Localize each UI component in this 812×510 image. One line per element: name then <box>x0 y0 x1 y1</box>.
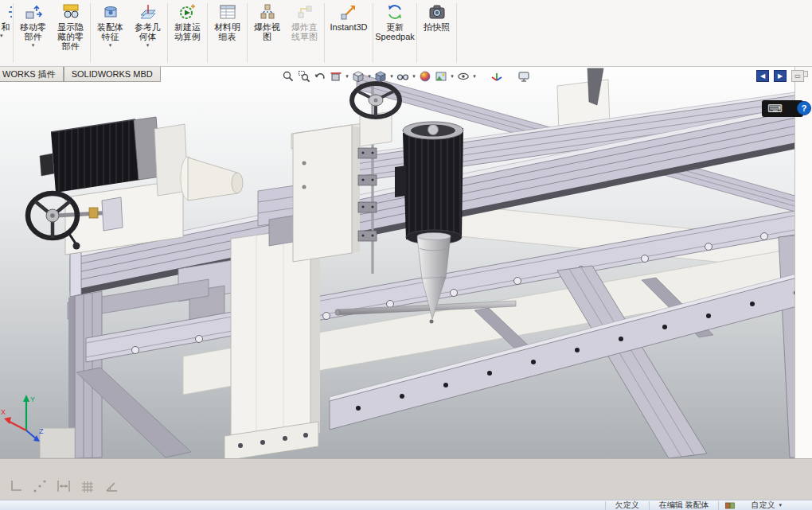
toolbar-button-instant3d[interactable]: Instant3D <box>326 0 372 66</box>
bill-of-materials-icon <box>218 2 237 21</box>
svg-text:Y: Y <box>30 395 35 403</box>
task-pane-strip <box>794 67 812 458</box>
toolbar-separator <box>373 3 373 63</box>
zoom-to-fit-button[interactable] <box>280 69 296 84</box>
tab-solidworks-mbd[interactable]: SOLIDWORKS MBD <box>64 67 161 82</box>
graphics-area[interactable]: Y X Z WORKS 插件 SOLIDWORKS MBD ▾ ▾ <box>0 67 812 458</box>
edit-state-icon <box>725 501 736 510</box>
dropdown-arrow[interactable]: ▾ <box>471 73 478 80</box>
corner-snap-icon <box>8 478 24 494</box>
command-manager-tabs: WORKS 插件 SOLIDWORKS MBD <box>0 67 161 82</box>
explode-line-sketch-icon <box>295 2 314 21</box>
toolbar-button-partial[interactable]: 和 ▾ <box>0 0 12 66</box>
heads-up-view-toolbar: ▾ ▾ ▾ ▾ ▾ ▾ <box>280 69 532 84</box>
update-speedpak-icon <box>385 2 404 21</box>
toolbar-button-bill-of-materials[interactable]: 材料明细表 <box>209 0 246 66</box>
apply-scene-button[interactable] <box>433 69 449 84</box>
view-orientation-icon <box>352 70 365 83</box>
svg-text:Z: Z <box>39 427 44 435</box>
tab-solidworks-addins[interactable]: WORKS 插件 <box>0 67 64 82</box>
bottom-dock-panel <box>0 458 812 500</box>
toolbar-separator <box>90 3 91 63</box>
toolbar-separator <box>247 3 248 63</box>
move-component-icon <box>24 2 43 21</box>
status-separator <box>718 501 719 510</box>
zoom-to-area-icon <box>298 70 310 83</box>
toolbar-empty-space <box>458 0 812 66</box>
toolbar-separator <box>416 3 417 63</box>
distance-snap-icon <box>56 478 72 494</box>
show-hidden-components-icon <box>61 2 80 21</box>
help-button[interactable]: ? <box>797 101 811 115</box>
previous-view-button[interactable] <box>312 69 328 84</box>
sketch-snap-tools <box>8 478 119 494</box>
section-view-icon <box>330 70 342 83</box>
apply-scene-icon <box>435 70 447 83</box>
toolbar-separator <box>207 3 208 63</box>
center-column[interactable] <box>224 228 320 458</box>
view-settings-icon <box>457 70 470 83</box>
toolbar-button-show-hidden-components[interactable]: 显示隐藏的零部件 <box>52 0 89 66</box>
toolbar-separator <box>167 3 168 63</box>
toolbar-button-update-speedpak[interactable]: 更新 Speedpak <box>374 0 416 66</box>
toolbar-separator <box>13 3 14 63</box>
gantry-bracket[interactable] <box>291 123 368 262</box>
exploded-view-icon <box>258 2 277 21</box>
dropdown-arrow[interactable]: ▾ <box>366 73 373 80</box>
edit-appearance-icon <box>419 70 431 83</box>
take-snapshot-icon <box>427 2 447 21</box>
new-motion-study-icon <box>178 2 197 21</box>
dropdown-arrow[interactable]: ▾ <box>411 73 417 80</box>
editing-status: 在编辑 装配体 <box>650 500 719 510</box>
solidworks-window: { "toolbar": { "partial_button": { "labe… <box>0 0 812 510</box>
toolbar-button-explode-line-sketch[interactable]: 爆炸直线草图 <box>286 0 323 66</box>
configuration-label: 自定义 <box>751 500 775 510</box>
section-view-button[interactable] <box>328 69 344 84</box>
realview-options-button[interactable] <box>489 69 505 84</box>
toolbar-button-move-component[interactable]: 移动零部件 ▾ <box>14 0 52 66</box>
collapse-right-button[interactable]: ▶ <box>774 70 787 82</box>
model-3d-view[interactable]: Y X Z <box>0 67 812 458</box>
toolbar-button-assembly-features[interactable]: 装配体特征 ▾ <box>92 0 129 66</box>
keyboard-icon: ⌨ <box>767 103 783 115</box>
svg-text:X: X <box>1 408 6 416</box>
toolbar-button-exploded-view[interactable]: 爆炸视图 <box>248 0 286 66</box>
dropdown-arrow[interactable]: ▾ <box>388 73 395 80</box>
display-style-button[interactable] <box>373 69 388 84</box>
display-style-icon <box>374 70 387 83</box>
point-snap-icon <box>32 478 48 494</box>
view-settings-button[interactable] <box>455 69 471 84</box>
pane-controls: ◀ ▶ ▭ <box>756 70 804 82</box>
command-manager-toolbar: 和 ▾ 移动零部件 ▾ 显示隐藏的零部件 装配体特征 ▾ 参考几何体 ▾ <box>0 0 812 67</box>
realview-options-icon <box>490 70 503 83</box>
assembly-features-icon <box>101 2 120 21</box>
definition-status: 欠定义 <box>606 500 649 510</box>
collapse-left-button[interactable]: ◀ <box>756 70 769 82</box>
zoom-to-fit-icon <box>282 70 295 83</box>
dropdown-arrow[interactable]: ▾ <box>449 73 455 80</box>
previous-view-icon <box>314 70 326 83</box>
reference-geometry-icon <box>139 2 158 21</box>
dropdown-arrow[interactable]: ▾ <box>344 73 350 80</box>
hide-show-items-button[interactable] <box>395 69 411 84</box>
display-pane-icon <box>517 70 530 83</box>
partial-icon <box>0 2 12 21</box>
display-pane-button[interactable] <box>516 69 532 84</box>
configuration-selector[interactable]: 自定义 ▾ <box>743 500 790 510</box>
view-orientation-button[interactable] <box>350 69 366 84</box>
zoom-to-area-button[interactable] <box>296 69 312 84</box>
angle-snap-icon <box>103 478 119 494</box>
chevron-down-icon: ▾ <box>779 502 782 508</box>
status-bar: 欠定义 在编辑 装配体 自定义 ▾ <box>0 500 812 510</box>
toolbar-button-take-snapshot[interactable]: 拍快照 <box>418 0 455 66</box>
grid-snap-icon <box>80 478 96 494</box>
toolbar-separator <box>456 3 457 63</box>
toolbar-separator <box>324 3 325 63</box>
toolbar-button-reference-geometry[interactable]: 参考几何体 ▾ <box>129 0 166 66</box>
instant3d-icon <box>339 2 358 21</box>
restore-pane-button[interactable]: ▭ <box>791 70 804 82</box>
toolbar-button-new-motion-study[interactable]: 新建运动算例 <box>169 0 206 66</box>
edit-appearance-button[interactable] <box>417 69 433 84</box>
hide-show-items-icon <box>396 70 409 83</box>
